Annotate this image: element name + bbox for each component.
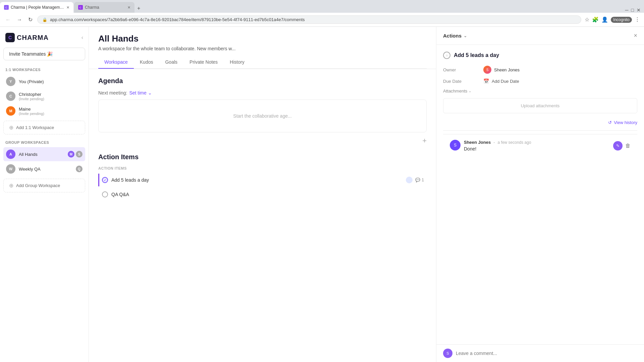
action-item-check-2[interactable]: [102, 191, 108, 197]
workspace-item-info-maine: Maine (Invite pending): [19, 107, 44, 116]
action-detail-check[interactable]: ○: [443, 52, 450, 59]
tab-title-1: Charma | People Management...: [11, 5, 64, 10]
all-hands-badges: M S: [68, 151, 83, 158]
workspace-item-maine[interactable]: M Maine (Invite pending): [3, 104, 85, 118]
upload-label: Upload attachments: [521, 103, 560, 108]
comment-count-1: 💬 1: [415, 178, 424, 182]
attachments-label-text: Attachments: [443, 88, 467, 94]
avatar-maine: M: [6, 106, 15, 116]
attachments-toggle[interactable]: Attachments ⌄: [443, 88, 471, 94]
section-label-group: Group Workspaces: [3, 139, 85, 147]
logo-area: C CHARMA ‹: [3, 32, 85, 48]
lock-icon: 🔒: [42, 17, 47, 22]
close-browser-icon[interactable]: ✕: [637, 7, 641, 13]
bookmark-icon[interactable]: ☆: [585, 16, 589, 23]
agenda-placeholder: Start the collaborative age...: [233, 113, 291, 119]
new-tab-button[interactable]: +: [135, 4, 143, 13]
action-item-row-1[interactable]: ✓ Add 5 leads a day 💬 1: [98, 174, 427, 186]
add-11-workspace-button[interactable]: ⊕ Add 1:1 Workspace: [3, 121, 85, 134]
action-detail-title: Add 5 leads a day: [454, 52, 499, 58]
main-header: All Hands A workspace for the whole team…: [89, 27, 436, 69]
agenda-meta: Next meeting: Set time ⌄: [98, 90, 427, 96]
workspace-item-you[interactable]: Y You (Private): [3, 74, 85, 88]
tab-inactive[interactable]: C Charma ✕: [74, 2, 135, 13]
action-item-row-2[interactable]: QA Q&A: [98, 188, 427, 200]
next-meeting-label: Next meeting:: [98, 90, 127, 96]
tab-close-2[interactable]: ✕: [127, 5, 130, 10]
avatar-christopher: C: [6, 92, 15, 101]
set-time-button[interactable]: Set time ⌄: [129, 90, 152, 96]
add-group-workspace-button[interactable]: ⊕ Add Group Workspace: [3, 179, 85, 192]
owner-value: S Sheen Jones: [483, 66, 520, 74]
maximize-icon[interactable]: □: [631, 7, 634, 13]
comment-author-1: Sheen Jones: [464, 140, 491, 145]
owner-row: Owner S Sheen Jones: [443, 66, 637, 74]
comment-separator: -: [493, 140, 495, 145]
add-due-date-button[interactable]: Add Due Date: [492, 79, 519, 84]
assignee-dot-1: [406, 177, 413, 183]
item-name-maine: Maine: [19, 107, 44, 112]
comment-avatar-letter-1: S: [454, 143, 457, 147]
item-name-all-hands: All Hands: [19, 152, 38, 157]
badge-gray-q: Q: [76, 166, 83, 172]
menu-icon[interactable]: ⋮: [635, 16, 640, 23]
tab-active[interactable]: C Charma | People Management... ✕: [0, 2, 73, 13]
browser-controls: ─ □ ✕: [625, 7, 644, 13]
agenda-empty-state: Start the collaborative age...: [98, 100, 427, 132]
logo-icon: C: [5, 33, 15, 42]
tab-close-1[interactable]: ✕: [66, 5, 69, 10]
tab-workspace[interactable]: Workspace: [98, 56, 134, 69]
view-history-button[interactable]: ↺ View history: [608, 120, 637, 125]
view-history-row: ↺ View history: [443, 120, 637, 125]
view-history-label: View history: [614, 120, 637, 125]
incognito-label: Incognito: [611, 17, 632, 23]
tab-kudos[interactable]: Kudos: [134, 56, 159, 69]
address-bar[interactable]: 🔒 app.charma.com/workspaces/7a2bb9a6-e09…: [37, 15, 581, 24]
panel-close-button[interactable]: ×: [634, 32, 637, 39]
item-name-you: You (Private): [19, 79, 44, 84]
actions-chevron-icon: ⌄: [464, 34, 467, 38]
workspace-item-weekly-qa[interactable]: W Weekly QA Q: [3, 162, 85, 176]
extension-icon[interactable]: 🧩: [592, 16, 599, 23]
tab-bar: C Charma | People Management... ✕ C Char…: [0, 0, 644, 13]
invite-teammates-button[interactable]: Invite Teammates 🎉: [3, 48, 85, 60]
upload-attachments-area[interactable]: Upload attachments: [443, 98, 637, 113]
calendar-icon: 📅: [483, 78, 489, 84]
main-content: All Hands A workspace for the whole team…: [89, 27, 436, 362]
item-name-weekly-qa: Weekly QA: [19, 167, 41, 172]
panel-title-text: Actions: [443, 33, 462, 39]
tab-history[interactable]: History: [224, 56, 251, 69]
comment-delete-button[interactable]: 🗑: [625, 143, 631, 149]
minimize-icon[interactable]: ─: [625, 7, 629, 13]
profile-icon[interactable]: 👤: [601, 16, 608, 23]
due-date-value[interactable]: 📅 Add Due Date: [483, 78, 519, 84]
badge-purple-m: M: [68, 151, 74, 158]
chevron-down-icon: ⌄: [148, 90, 152, 96]
reload-button[interactable]: ↻: [27, 15, 34, 24]
back-button[interactable]: ←: [4, 15, 12, 24]
workspace-item-christopher[interactable]: C Christopher (Invite pending): [3, 89, 85, 103]
add-11-label: Add 1:1 Workspace: [16, 125, 54, 130]
tab-private-notes[interactable]: Private Notes: [183, 56, 224, 69]
comment-edit-button[interactable]: ✎: [613, 141, 623, 150]
workspace-item-all-hands[interactable]: A All Hands M S: [3, 147, 85, 161]
action-item-check-1[interactable]: ✓: [102, 177, 108, 183]
owner-name: Sheen Jones: [494, 67, 520, 72]
comments-section: S Sheen Jones - a few seconds ago Done!: [443, 134, 637, 162]
tab-goals[interactable]: Goals: [159, 56, 183, 69]
forward-button[interactable]: →: [15, 15, 23, 24]
attachments-row: Attachments ⌄: [443, 88, 637, 94]
avatar-weekly-qa: W: [6, 164, 15, 174]
add-agenda-item-button[interactable]: +: [422, 136, 427, 145]
sidebar-collapse-btn[interactable]: ‹: [82, 35, 83, 41]
add-agenda-item-row: +: [98, 136, 427, 145]
action-items-title: Action Items: [98, 153, 427, 161]
badge-gray-s: S: [76, 151, 83, 158]
add-group-label: Add Group Workspace: [16, 183, 60, 188]
edit-icon: ✎: [616, 143, 620, 148]
comment-count-text-1: 1: [422, 178, 424, 182]
section-label-11: 1:1 Workspaces: [3, 66, 85, 74]
comment-input[interactable]: [456, 351, 637, 356]
panel-body: ○ Add 5 leads a day Owner S Sheen Jones …: [436, 45, 644, 344]
workspace-item-info-christopher: Christopher (Invite pending): [19, 92, 44, 101]
